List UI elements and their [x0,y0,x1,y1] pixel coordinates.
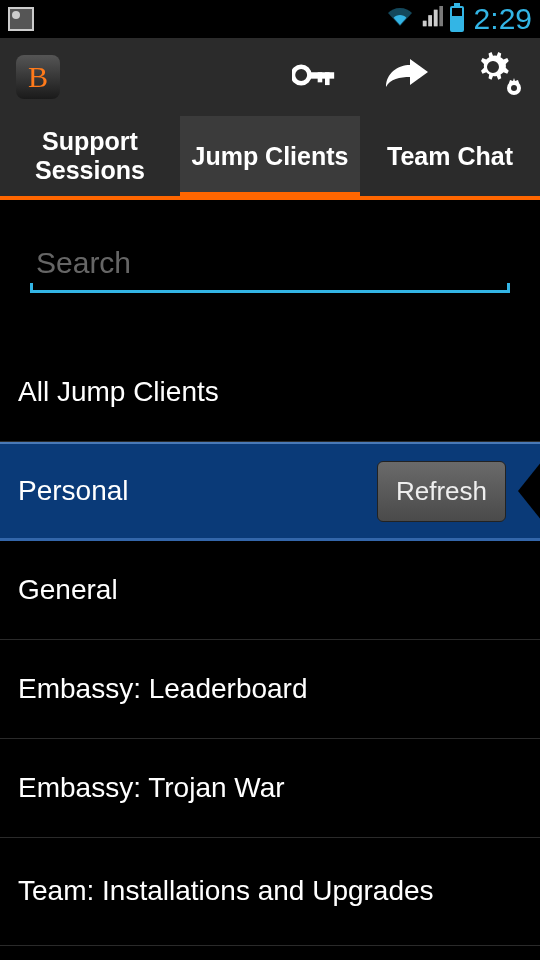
status-right: 2:29 [386,2,532,36]
svg-rect-3 [318,72,323,82]
action-bar: B [0,38,540,116]
tab-team-chat[interactable]: Team Chat [360,116,540,196]
search-area [0,200,540,311]
list-item-embassy-trojan[interactable]: Embassy: Trojan War [0,739,540,838]
svg-rect-2 [325,72,330,85]
svg-point-0 [293,67,310,84]
svg-point-5 [511,85,517,91]
status-left [8,7,34,31]
refresh-button[interactable]: Refresh [377,461,506,522]
tab-support-sessions[interactable]: Support Sessions [0,116,180,196]
list-item-team-installations[interactable]: Team: Installations and Upgrades [0,838,540,946]
key-icon[interactable] [292,61,336,93]
tab-jump-clients[interactable]: Jump Clients [180,116,360,196]
status-bar: 2:29 [0,0,540,38]
chevron-left-icon[interactable] [518,461,540,521]
tab-bar: Support Sessions Jump Clients Team Chat [0,116,540,200]
battery-icon [450,6,464,32]
wifi-icon [386,5,414,33]
list-item-label: General [18,574,118,606]
list-item-label: Personal [18,475,129,507]
gear-icon[interactable] [478,52,524,102]
list-item-personal[interactable]: Personal Refresh [0,442,540,541]
list-item-embassy-leaderboard[interactable]: Embassy: Leaderboard [0,640,540,739]
list-item-general[interactable]: General [0,541,540,640]
search-input[interactable] [30,238,510,293]
app-icon[interactable]: B [16,55,60,99]
list-item-label: Embassy: Trojan War [18,772,285,804]
list-item-all[interactable]: All Jump Clients [0,343,540,442]
list-item-label: Team: Installations and Upgrades [18,875,434,907]
forward-arrow-icon[interactable] [384,59,430,95]
picture-icon [8,7,34,31]
list-item-label: All Jump Clients [18,376,219,408]
action-icons [292,52,524,102]
status-time: 2:29 [474,2,532,36]
list-item-label: Embassy: Leaderboard [18,673,308,705]
signal-icon [420,6,444,32]
jump-clients-list: All Jump Clients Personal Refresh Genera… [0,343,540,946]
